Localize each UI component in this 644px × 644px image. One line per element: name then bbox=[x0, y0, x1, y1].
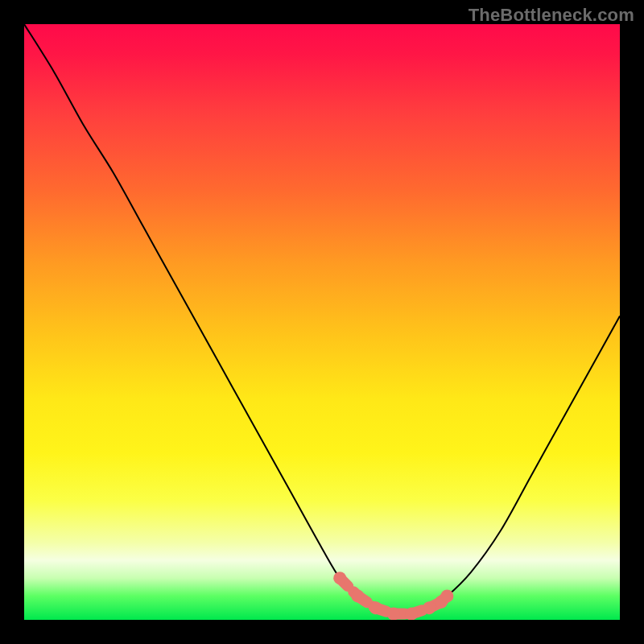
fit-marker bbox=[423, 601, 436, 614]
chart-frame: TheBottleneck.com bbox=[0, 0, 644, 644]
bottleneck-curve bbox=[24, 24, 620, 615]
fit-marker bbox=[440, 589, 453, 602]
good-fit-markers bbox=[333, 572, 453, 620]
fit-marker bbox=[333, 572, 346, 584]
fit-marker bbox=[351, 589, 364, 602]
fit-marker bbox=[369, 601, 382, 614]
fit-marker bbox=[405, 608, 418, 620]
fit-marker bbox=[387, 608, 400, 620]
watermark-text: TheBottleneck.com bbox=[469, 5, 634, 26]
bottleneck-curve-svg bbox=[24, 24, 620, 620]
plot-area bbox=[24, 24, 620, 620]
